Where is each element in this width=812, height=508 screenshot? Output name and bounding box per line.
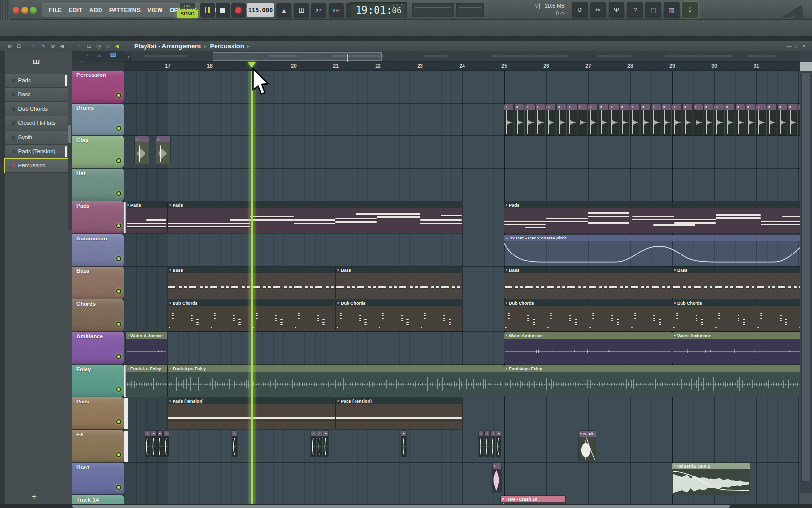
detach-icon[interactable]: ▶ [6,41,14,51]
track-header-chords[interactable]: Chords··· [72,299,124,331]
audio-clip[interactable]: » [725,104,734,135]
pattern-item-closed-hi-hats[interactable]: ▤Closed Hi-Hats [5,116,68,130]
minimize-traffic-light[interactable] [21,7,28,14]
audio-clip[interactable]: » [145,431,150,457]
audio-clip[interactable]: » [485,431,489,457]
audio-clip[interactable]: » [158,431,162,457]
audio-clip[interactable]: » [599,104,608,135]
menu-item-add[interactable]: ADD [86,7,106,14]
countdown-icon[interactable]: Ш+ [329,3,344,18]
audio-clip[interactable]: » [491,431,495,457]
playhead-marker[interactable] [248,62,256,68]
audio-clip[interactable]: » [567,104,577,135]
pattern-clip-pads[interactable]: ≡Pads [168,202,462,233]
audio-clip[interactable]: » [135,136,149,164]
minimize-window-button[interactable]: — [787,44,792,49]
pat-mode-button[interactable]: PAT [180,3,195,9]
pattern-clip-dub-chords[interactable]: ≡Dub Chords [336,300,462,331]
track-header-hat[interactable]: Hat··· [72,169,124,201]
track-header-riser[interactable]: Riser··· [72,463,124,494]
track-header-percussion[interactable]: Percussion··· [72,71,124,103]
pattern-clip-pads-tension-[interactable]: ≡Pads (Tension) [336,398,462,429]
pattern-item-dub-chords[interactable]: ▤Dub Chords [5,102,68,116]
pattern-display-icon[interactable]: Ш [110,52,116,58]
audio-clip[interactable]: » [156,136,170,164]
audio-clip[interactable]: » [788,104,797,135]
help-icon[interactable]: ? [627,2,643,18]
playlist-row-automation[interactable]: ∽3x Osc - Osc 2 coarse pitch [124,234,800,267]
audio-clip[interactable]: » [652,104,661,135]
time-display[interactable]: 19:01:06 B:S:T [350,2,407,18]
audio-clip-water-ambience[interactable]: »Water Ambience [504,332,672,364]
breadcrumb-crumb[interactable]: Percussion [210,43,244,50]
record-audio-icon[interactable]: Ψ [609,2,624,18]
wave-display-icon[interactable]: ∼ [86,53,90,58]
piano-icon[interactable]: Ш [33,58,40,66]
pattern-item-pads-tension-[interactable]: ▤Pads (Tension) [5,145,68,159]
typing-keyboard-icon[interactable]: 3.2 [311,3,326,18]
close-window-button[interactable]: ✕ [802,44,806,49]
audio-clip[interactable]: » [630,104,639,135]
audio-clip-footsteps-foley[interactable]: »Footsteps Foley [168,365,504,397]
audio-clip[interactable]: » [323,431,328,457]
audio-clip[interactable]: » [515,104,524,135]
audio-clip[interactable]: » [672,104,682,135]
automation-clip-3x-osc-osc-2-coarse-pitch[interactable]: ∽3x Osc - Osc 2 coarse pitch [504,235,800,266]
track-mute-led[interactable] [116,419,121,424]
audio-clip[interactable]: » [756,104,766,135]
audio-clip[interactable]: » [479,431,483,457]
track-mute-led[interactable] [116,485,121,490]
pattern-clip-bass[interactable]: ≡Bass [336,267,462,299]
audio-clip[interactable]: » [311,431,316,457]
pattern-clip-dub-chords[interactable]: ≡Dub Chords [504,300,672,331]
audio-clip[interactable]: » [778,104,787,135]
timeline-corner-box[interactable] [800,62,812,71]
audio-clip[interactable]: » [767,104,776,135]
pattern-clip-bass[interactable]: ≡Bass [504,267,672,299]
audio-clip-water-a-bience[interactable]: »Water A..bience [126,332,167,364]
audio-clip[interactable]: » [609,104,619,135]
playlist-row-pads[interactable]: ≡Pads (Tension)≡Pads (Tension) [124,397,800,430]
render-export-icon[interactable]: ↧ [682,2,698,18]
audio-clip[interactable]: » [151,431,156,457]
mute-tool-icon[interactable]: ◀ [58,41,66,51]
vertical-scrollbar[interactable] [800,71,812,504]
audio-clip[interactable]: » [546,104,555,135]
playlist-grid[interactable]: »»»»»»»»»»»»»»»»»»»»»»»»»»»»»»»≡Pads≡Pad… [124,71,800,504]
audio-clip[interactable]: » [736,104,745,135]
audio-clip[interactable]: » [714,104,724,135]
playlist-row-clap[interactable]: »» [124,136,800,169]
pattern-item-bass[interactable]: ▤Bass [5,88,68,102]
track-header-pads[interactable]: Pads··· [72,397,124,429]
track-mute-led[interactable] [116,126,121,131]
menu-item-view[interactable]: VIEW [144,7,166,14]
snap-magnet-icon[interactable]: Ω [14,41,23,51]
menu-item-patterns[interactable]: PATTERNS [106,7,144,14]
audio-clip[interactable]: » [232,431,237,457]
track-mute-led[interactable] [116,322,121,327]
stop-button[interactable] [216,3,230,17]
track-mute-led[interactable] [116,191,121,196]
wait-input-icon[interactable]: Ш [294,3,309,18]
audio-clip[interactable]: » [557,104,566,135]
audio-clip[interactable]: » [493,463,501,492]
playlist-row-track-14[interactable]: »THM - Crash 10 [124,495,800,504]
pattern-item-synth[interactable]: ▤Synth [5,131,68,145]
pattern-list-scrollbar[interactable] [68,124,72,230]
audition-speaker-icon[interactable]: ◀ [113,41,121,51]
save-new-version-icon[interactable]: ▥ [664,2,680,18]
playlist-row-fx[interactable]: »»»»»»»»»»»»»»S..ck [124,430,800,463]
audio-clip[interactable]: » [496,431,501,457]
audio-clip-footsteps-foley[interactable]: »Footsteps Foley [504,365,800,397]
track-mute-led[interactable] [116,289,121,294]
zoom-tool-icon[interactable]: ⊡ [85,41,94,51]
audio-clip[interactable]: » [504,104,513,135]
add-track-button[interactable]: + [32,493,36,501]
pattern-item-percussion[interactable]: ▤Percussion [5,159,68,173]
track-header-drums[interactable]: Drums··· [72,104,124,135]
audio-clip[interactable]: » [746,104,755,135]
playlist-row-foley[interactable]: »Footst..s Foley»Footsteps Foley»Footste… [124,365,800,397]
record-button[interactable] [231,3,246,17]
track-mute-led[interactable] [116,354,121,359]
track-header-pads[interactable]: Pads··· [72,201,124,233]
